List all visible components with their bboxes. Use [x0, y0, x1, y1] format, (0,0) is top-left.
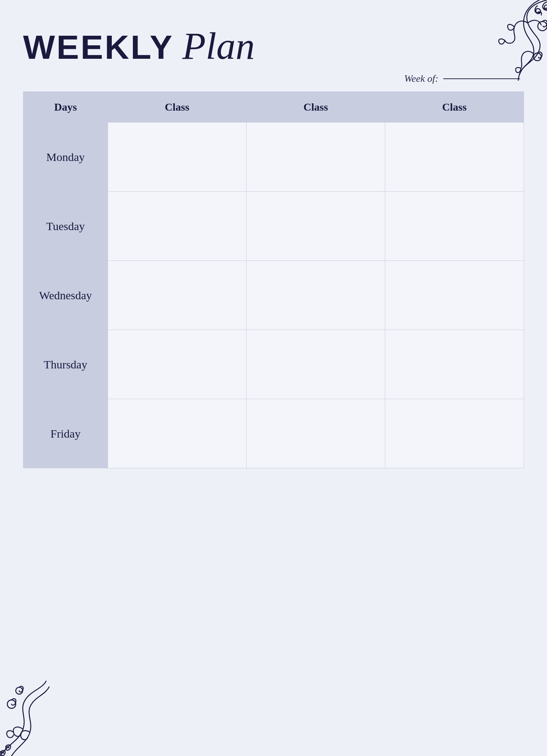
- header: WEEKLY Plan: [23, 27, 524, 65]
- content-cell-wednesday-1[interactable]: [108, 261, 247, 330]
- content-cell-friday-1[interactable]: [108, 399, 247, 468]
- floral-top-right-decoration: [462, 0, 547, 81]
- day-tuesday: Tuesday: [23, 192, 108, 261]
- day-thursday: Thursday: [23, 330, 108, 399]
- table-row: Monday: [23, 123, 524, 192]
- content-cell-monday-2[interactable]: [247, 123, 385, 192]
- col-header-class3: Class: [385, 92, 524, 123]
- content-cell-friday-3[interactable]: [385, 399, 524, 468]
- content-cell-wednesday-2[interactable]: [247, 261, 385, 330]
- week-of-row: Week of:: [23, 73, 524, 85]
- header-row: Days Class Class Class: [23, 92, 524, 123]
- table-row: Wednesday: [23, 261, 524, 330]
- content-cell-monday-3[interactable]: [385, 123, 524, 192]
- title-plan: Plan: [182, 27, 255, 65]
- title-weekly: WEEKLY: [23, 30, 174, 64]
- floral-bottom-left-decoration: [0, 679, 77, 756]
- col-header-class1: Class: [108, 92, 247, 123]
- col-header-class2: Class: [247, 92, 385, 123]
- col-header-days: Days: [23, 92, 108, 123]
- content-cell-tuesday-2[interactable]: [247, 192, 385, 261]
- content-cell-thursday-1[interactable]: [108, 330, 247, 399]
- content-cell-thursday-2[interactable]: [247, 330, 385, 399]
- table-row: Thursday: [23, 330, 524, 399]
- day-monday: Monday: [23, 123, 108, 192]
- content-cell-friday-2[interactable]: [247, 399, 385, 468]
- content-cell-wednesday-3[interactable]: [385, 261, 524, 330]
- content-cell-tuesday-1[interactable]: [108, 192, 247, 261]
- content-cell-monday-1[interactable]: [108, 123, 247, 192]
- table-row: Tuesday: [23, 192, 524, 261]
- week-of-label: Week of:: [404, 73, 438, 84]
- table-row: Friday: [23, 399, 524, 468]
- day-friday: Friday: [23, 399, 108, 468]
- page-container: WEEKLY Plan Week of: Days Class Class: [0, 0, 547, 756]
- content-cell-tuesday-3[interactable]: [385, 192, 524, 261]
- day-wednesday: Wednesday: [23, 261, 108, 330]
- planner-table: Days Class Class Class Monday: [23, 91, 524, 468]
- content-cell-thursday-3[interactable]: [385, 330, 524, 399]
